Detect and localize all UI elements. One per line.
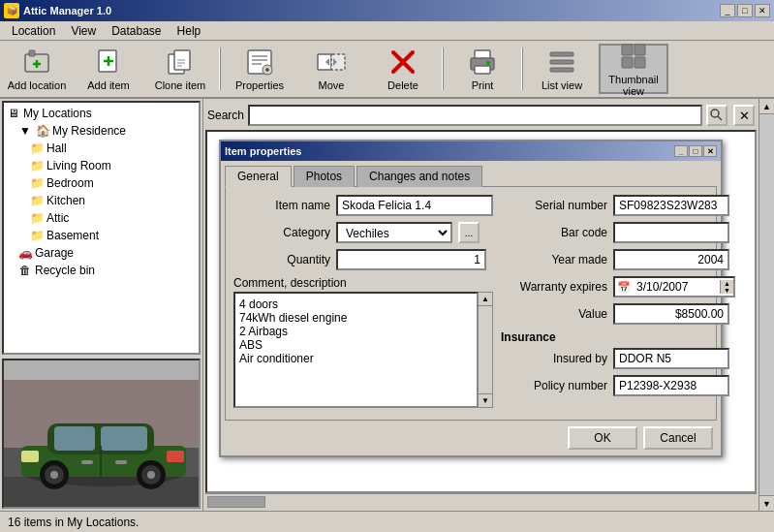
quantity-input[interactable] bbox=[336, 249, 486, 270]
serial-number-row: Serial number bbox=[501, 195, 724, 216]
h-scroll-thumb[interactable] bbox=[207, 496, 265, 508]
svg-rect-43 bbox=[54, 426, 95, 451]
list-view-button[interactable]: List view bbox=[527, 44, 597, 94]
list-view-icon bbox=[546, 47, 577, 78]
folder-icon-attic: 📁 bbox=[29, 210, 45, 226]
category-edit-button[interactable]: ... bbox=[458, 222, 480, 243]
tree-attic[interactable]: 📁 Attic bbox=[6, 209, 197, 227]
computer-icon: 🖥 bbox=[6, 106, 21, 121]
tree-my-residence[interactable]: ▼ 🏠 My Residence bbox=[6, 122, 197, 140]
add-location-label: Add location bbox=[8, 79, 67, 91]
svg-line-57 bbox=[718, 116, 722, 120]
minimize-button[interactable]: _ bbox=[720, 4, 735, 17]
print-label: Print bbox=[472, 79, 494, 91]
window-controls[interactable]: _ □ ✕ bbox=[720, 4, 770, 17]
comment-textarea[interactable]: 4 doors 74kWh diesel engine 2 Airbags AB… bbox=[233, 292, 479, 408]
clear-search-button[interactable]: ✕ bbox=[733, 105, 755, 126]
delete-button[interactable]: Delete bbox=[368, 44, 438, 94]
menu-database[interactable]: Database bbox=[104, 22, 169, 40]
item-name-label: Item name bbox=[233, 199, 330, 212]
menu-help[interactable]: Help bbox=[170, 22, 209, 40]
search-button[interactable] bbox=[706, 105, 728, 126]
v-scroll-down[interactable]: ▼ bbox=[759, 495, 774, 511]
scroll-up[interactable]: ▲ bbox=[479, 293, 492, 306]
tree-garage[interactable]: 🚗 Garage bbox=[6, 244, 197, 262]
dialog-minimize[interactable]: _ bbox=[674, 145, 688, 157]
garage-icon: 🚗 bbox=[17, 245, 33, 261]
expand-icon: ▼ bbox=[17, 123, 33, 139]
tab-bar: General Photos Changes and notes bbox=[221, 161, 721, 186]
item-name-input[interactable] bbox=[336, 195, 493, 216]
tree-attic-label: Attic bbox=[46, 211, 69, 225]
print-button[interactable]: Print bbox=[448, 44, 517, 94]
tree-recycle-bin[interactable]: 🗑 Recycle bin bbox=[6, 262, 197, 279]
warranty-label: Warranty expires bbox=[501, 280, 607, 294]
item-properties-dialog: Item properties _ □ ✕ General Photos Cha… bbox=[219, 140, 723, 457]
tree-root[interactable]: 🖥 My Locations bbox=[6, 105, 197, 122]
dialog-controls[interactable]: _ □ ✕ bbox=[674, 145, 717, 157]
category-select[interactable]: Vechiles bbox=[336, 222, 452, 243]
textarea-scrollbar[interactable]: ▲ ▼ bbox=[479, 292, 493, 408]
value-label: Value bbox=[501, 307, 607, 321]
warranty-date-input[interactable]: 📅 ▲ ▼ bbox=[613, 276, 735, 297]
spin-up[interactable]: ▲ bbox=[721, 280, 733, 287]
tree-bedroom[interactable]: 📁 Bedroom bbox=[6, 174, 197, 192]
cancel-button[interactable]: Cancel bbox=[643, 426, 713, 450]
tab-general[interactable]: General bbox=[225, 166, 292, 187]
properties-button[interactable]: Properties bbox=[225, 44, 294, 94]
search-label: Search bbox=[207, 109, 244, 122]
search-input[interactable] bbox=[248, 105, 702, 126]
insured-by-row: Insured by bbox=[501, 348, 724, 369]
tree-view[interactable]: 🖥 My Locations ▼ 🏠 My Residence 📁 Hall 📁… bbox=[2, 101, 201, 355]
horizontal-scrollbar[interactable] bbox=[205, 493, 757, 509]
vertical-scrollbar[interactable]: ▲ ▼ bbox=[759, 99, 774, 511]
tree-living-room[interactable]: 📁 Living Room bbox=[6, 157, 197, 174]
year-made-label: Year made bbox=[501, 253, 607, 266]
bar-code-label: Bar code bbox=[501, 226, 607, 239]
tab-changes[interactable]: Changes and notes bbox=[356, 166, 482, 187]
title-bar: 📦 Attic Manager 1.0 _ □ ✕ bbox=[0, 0, 774, 21]
clone-item-button[interactable]: Clone item bbox=[145, 44, 215, 94]
tree-basement[interactable]: 📁 Basement bbox=[6, 227, 197, 244]
bar-code-input[interactable] bbox=[613, 222, 729, 243]
v-scroll-up[interactable]: ▲ bbox=[759, 99, 774, 114]
policy-number-input[interactable] bbox=[613, 375, 729, 396]
value-input[interactable] bbox=[613, 303, 729, 325]
tree-hall-label: Hall bbox=[46, 141, 67, 155]
menu-view[interactable]: View bbox=[63, 22, 104, 40]
move-button[interactable]: Move bbox=[296, 44, 366, 94]
year-made-input[interactable] bbox=[613, 249, 729, 270]
main-area: 🖥 My Locations ▼ 🏠 My Residence 📁 Hall 📁… bbox=[0, 99, 774, 511]
svg-rect-55 bbox=[115, 460, 127, 464]
add-location-icon bbox=[21, 47, 52, 78]
dialog-close[interactable]: ✕ bbox=[703, 145, 717, 157]
svg-rect-32 bbox=[622, 45, 633, 55]
tab-photos[interactable]: Photos bbox=[294, 166, 355, 187]
search-bar: Search ✕ bbox=[205, 101, 757, 130]
warranty-date-spin[interactable]: ▲ ▼ bbox=[720, 280, 733, 294]
svg-rect-46 bbox=[167, 451, 184, 462]
close-button[interactable]: ✕ bbox=[755, 4, 770, 17]
folder-icon-basement: 📁 bbox=[29, 228, 45, 243]
scroll-down[interactable]: ▼ bbox=[479, 393, 492, 407]
tree-kitchen[interactable]: 📁 Kitchen bbox=[6, 192, 197, 209]
serial-number-input[interactable] bbox=[613, 195, 729, 216]
warranty-date-field[interactable] bbox=[633, 278, 720, 296]
form-columns: Item name Category Vechiles ... bbox=[233, 195, 708, 412]
add-location-button[interactable]: Add location bbox=[2, 44, 72, 94]
dialog-maximize[interactable]: □ bbox=[689, 145, 702, 157]
svg-rect-27 bbox=[475, 66, 490, 74]
maximize-button[interactable]: □ bbox=[737, 4, 753, 17]
menu-location[interactable]: Location bbox=[4, 22, 63, 40]
svg-point-56 bbox=[711, 110, 719, 117]
ok-button[interactable]: OK bbox=[568, 426, 637, 450]
tree-hall[interactable]: 📁 Hall bbox=[6, 140, 197, 157]
insured-by-input[interactable] bbox=[613, 348, 729, 369]
add-item-button[interactable]: Add item bbox=[74, 44, 143, 94]
delete-icon bbox=[387, 47, 418, 78]
delete-label: Delete bbox=[387, 79, 418, 91]
spin-down[interactable]: ▼ bbox=[721, 287, 733, 294]
app-icon: 📦 bbox=[4, 3, 19, 18]
thumbnail-view-button[interactable]: Thumbnail view bbox=[599, 44, 668, 94]
separator-1 bbox=[219, 47, 221, 90]
